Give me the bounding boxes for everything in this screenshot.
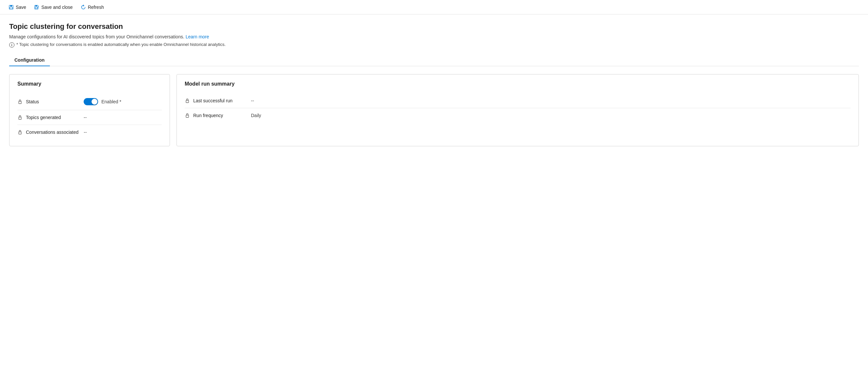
topics-generated-field-row: Topics generated -- — [18, 110, 162, 125]
svg-rect-8 — [19, 132, 21, 134]
svg-rect-7 — [19, 117, 21, 119]
refresh-button[interactable]: Refresh — [78, 3, 107, 12]
cards-container: Summary Status Enabled * — [9, 74, 859, 146]
main-content: Topic clustering for conversation Manage… — [0, 14, 868, 154]
svg-rect-4 — [35, 5, 37, 6]
refresh-label: Refresh — [88, 5, 104, 10]
last-run-field-row: Last successful run -- — [185, 93, 850, 108]
save-button[interactable]: Save — [5, 3, 30, 12]
info-note: i * Topic clustering for conversations i… — [9, 42, 859, 48]
tab-configuration[interactable]: Configuration — [9, 54, 50, 66]
save-icon — [8, 5, 14, 10]
run-frequency-lock-icon — [185, 113, 190, 118]
status-field-row: Status Enabled * — [18, 93, 162, 110]
page-description: Manage configurations for AI discovered … — [9, 34, 859, 39]
svg-rect-6 — [19, 101, 21, 104]
info-note-text: * Topic clustering for conversations is … — [17, 42, 226, 47]
run-frequency-label: Run frequency — [193, 113, 246, 118]
learn-more-link[interactable]: Learn more — [186, 34, 209, 39]
status-label: Status — [26, 99, 79, 104]
model-run-card-title: Model run summary — [185, 81, 850, 87]
save-label: Save — [16, 5, 26, 10]
conversations-associated-label: Conversations associated — [26, 129, 79, 135]
status-toggle-label: Enabled * — [101, 99, 121, 104]
svg-rect-2 — [10, 7, 12, 9]
toggle-slider — [84, 98, 98, 105]
refresh-icon — [81, 5, 86, 10]
conversations-lock-icon — [18, 129, 23, 135]
page-title: Topic clustering for conversation — [9, 22, 859, 31]
status-toggle-container: Enabled * — [84, 98, 121, 105]
topics-lock-icon — [18, 115, 23, 120]
svg-rect-1 — [10, 5, 12, 6]
save-close-label: Save and close — [41, 5, 73, 10]
last-run-label: Last successful run — [193, 98, 246, 103]
last-run-lock-icon — [185, 98, 190, 103]
topics-generated-label: Topics generated — [26, 115, 79, 120]
summary-card-title: Summary — [18, 81, 162, 87]
svg-rect-5 — [35, 7, 37, 8]
conversations-associated-field-row: Conversations associated -- — [18, 125, 162, 140]
tab-configuration-label: Configuration — [14, 57, 44, 63]
toolbar: Save Save and close Refresh — [0, 0, 868, 14]
conversations-associated-value: -- — [84, 129, 87, 135]
tabs-container: Configuration — [9, 54, 859, 66]
info-icon: i — [9, 42, 14, 48]
description-text: Manage configurations for AI discovered … — [9, 34, 184, 39]
status-toggle[interactable] — [84, 98, 98, 105]
summary-card: Summary Status Enabled * — [9, 74, 170, 146]
svg-rect-9 — [186, 100, 189, 103]
svg-rect-10 — [186, 115, 189, 117]
save-close-icon — [34, 5, 39, 10]
run-frequency-value: Daily — [251, 113, 261, 118]
save-and-close-button[interactable]: Save and close — [31, 3, 76, 12]
model-run-card: Model run summary Last successful run -- — [177, 74, 859, 146]
topics-generated-value: -- — [84, 115, 87, 120]
status-lock-icon — [18, 99, 23, 104]
run-frequency-field-row: Run frequency Daily — [185, 108, 850, 123]
last-run-value: -- — [251, 98, 254, 103]
